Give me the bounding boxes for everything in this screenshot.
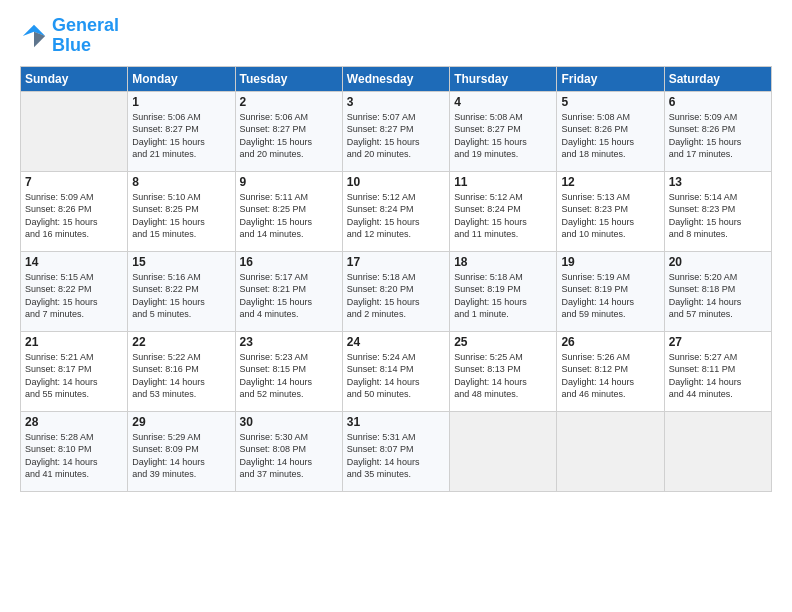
day-number: 27 <box>669 335 767 349</box>
calendar-week-row: 21Sunrise: 5:21 AM Sunset: 8:17 PM Dayli… <box>21 331 772 411</box>
cell-info: Sunrise: 5:09 AM Sunset: 8:26 PM Dayligh… <box>669 111 767 161</box>
calendar-week-row: 7Sunrise: 5:09 AM Sunset: 8:26 PM Daylig… <box>21 171 772 251</box>
calendar-cell: 22Sunrise: 5:22 AM Sunset: 8:16 PM Dayli… <box>128 331 235 411</box>
day-number: 23 <box>240 335 338 349</box>
cell-info: Sunrise: 5:10 AM Sunset: 8:25 PM Dayligh… <box>132 191 230 241</box>
day-header-friday: Friday <box>557 66 664 91</box>
calendar-cell: 16Sunrise: 5:17 AM Sunset: 8:21 PM Dayli… <box>235 251 342 331</box>
day-number: 29 <box>132 415 230 429</box>
cell-info: Sunrise: 5:27 AM Sunset: 8:11 PM Dayligh… <box>669 351 767 401</box>
calendar-cell <box>664 411 771 491</box>
day-header-monday: Monday <box>128 66 235 91</box>
day-number: 24 <box>347 335 445 349</box>
calendar-cell: 2Sunrise: 5:06 AM Sunset: 8:27 PM Daylig… <box>235 91 342 171</box>
day-number: 22 <box>132 335 230 349</box>
logo-text: General Blue <box>52 16 119 56</box>
day-number: 4 <box>454 95 552 109</box>
day-number: 13 <box>669 175 767 189</box>
calendar-cell: 5Sunrise: 5:08 AM Sunset: 8:26 PM Daylig… <box>557 91 664 171</box>
calendar-cell: 4Sunrise: 5:08 AM Sunset: 8:27 PM Daylig… <box>450 91 557 171</box>
cell-info: Sunrise: 5:15 AM Sunset: 8:22 PM Dayligh… <box>25 271 123 321</box>
day-number: 19 <box>561 255 659 269</box>
header: General Blue <box>20 16 772 56</box>
day-number: 14 <box>25 255 123 269</box>
calendar-cell: 8Sunrise: 5:10 AM Sunset: 8:25 PM Daylig… <box>128 171 235 251</box>
cell-info: Sunrise: 5:22 AM Sunset: 8:16 PM Dayligh… <box>132 351 230 401</box>
calendar-cell: 6Sunrise: 5:09 AM Sunset: 8:26 PM Daylig… <box>664 91 771 171</box>
day-number: 10 <box>347 175 445 189</box>
calendar-table: SundayMondayTuesdayWednesdayThursdayFrid… <box>20 66 772 492</box>
day-header-sunday: Sunday <box>21 66 128 91</box>
day-number: 11 <box>454 175 552 189</box>
calendar-cell: 19Sunrise: 5:19 AM Sunset: 8:19 PM Dayli… <box>557 251 664 331</box>
calendar-cell: 24Sunrise: 5:24 AM Sunset: 8:14 PM Dayli… <box>342 331 449 411</box>
day-number: 5 <box>561 95 659 109</box>
day-header-thursday: Thursday <box>450 66 557 91</box>
day-number: 25 <box>454 335 552 349</box>
calendar-cell: 30Sunrise: 5:30 AM Sunset: 8:08 PM Dayli… <box>235 411 342 491</box>
calendar-cell: 27Sunrise: 5:27 AM Sunset: 8:11 PM Dayli… <box>664 331 771 411</box>
day-number: 28 <box>25 415 123 429</box>
calendar-cell: 13Sunrise: 5:14 AM Sunset: 8:23 PM Dayli… <box>664 171 771 251</box>
day-number: 7 <box>25 175 123 189</box>
cell-info: Sunrise: 5:16 AM Sunset: 8:22 PM Dayligh… <box>132 271 230 321</box>
calendar-cell: 23Sunrise: 5:23 AM Sunset: 8:15 PM Dayli… <box>235 331 342 411</box>
day-number: 2 <box>240 95 338 109</box>
cell-info: Sunrise: 5:23 AM Sunset: 8:15 PM Dayligh… <box>240 351 338 401</box>
page: General Blue SundayMondayTuesdayWednesda… <box>0 0 792 502</box>
calendar-week-row: 14Sunrise: 5:15 AM Sunset: 8:22 PM Dayli… <box>21 251 772 331</box>
day-number: 15 <box>132 255 230 269</box>
cell-info: Sunrise: 5:13 AM Sunset: 8:23 PM Dayligh… <box>561 191 659 241</box>
day-header-wednesday: Wednesday <box>342 66 449 91</box>
cell-info: Sunrise: 5:19 AM Sunset: 8:19 PM Dayligh… <box>561 271 659 321</box>
cell-info: Sunrise: 5:17 AM Sunset: 8:21 PM Dayligh… <box>240 271 338 321</box>
calendar-cell: 9Sunrise: 5:11 AM Sunset: 8:25 PM Daylig… <box>235 171 342 251</box>
day-number: 21 <box>25 335 123 349</box>
day-number: 30 <box>240 415 338 429</box>
calendar-cell: 10Sunrise: 5:12 AM Sunset: 8:24 PM Dayli… <box>342 171 449 251</box>
day-header-tuesday: Tuesday <box>235 66 342 91</box>
day-number: 31 <box>347 415 445 429</box>
calendar-cell: 29Sunrise: 5:29 AM Sunset: 8:09 PM Dayli… <box>128 411 235 491</box>
cell-info: Sunrise: 5:06 AM Sunset: 8:27 PM Dayligh… <box>240 111 338 161</box>
calendar-cell: 15Sunrise: 5:16 AM Sunset: 8:22 PM Dayli… <box>128 251 235 331</box>
calendar-cell: 20Sunrise: 5:20 AM Sunset: 8:18 PM Dayli… <box>664 251 771 331</box>
cell-info: Sunrise: 5:24 AM Sunset: 8:14 PM Dayligh… <box>347 351 445 401</box>
cell-info: Sunrise: 5:18 AM Sunset: 8:20 PM Dayligh… <box>347 271 445 321</box>
cell-info: Sunrise: 5:31 AM Sunset: 8:07 PM Dayligh… <box>347 431 445 481</box>
calendar-cell: 21Sunrise: 5:21 AM Sunset: 8:17 PM Dayli… <box>21 331 128 411</box>
cell-info: Sunrise: 5:08 AM Sunset: 8:27 PM Dayligh… <box>454 111 552 161</box>
day-number: 3 <box>347 95 445 109</box>
day-number: 8 <box>132 175 230 189</box>
logo: General Blue <box>20 16 119 56</box>
calendar-cell: 25Sunrise: 5:25 AM Sunset: 8:13 PM Dayli… <box>450 331 557 411</box>
day-number: 6 <box>669 95 767 109</box>
calendar-week-row: 1Sunrise: 5:06 AM Sunset: 8:27 PM Daylig… <box>21 91 772 171</box>
svg-marker-1 <box>34 32 45 47</box>
day-number: 18 <box>454 255 552 269</box>
day-number: 12 <box>561 175 659 189</box>
cell-info: Sunrise: 5:29 AM Sunset: 8:09 PM Dayligh… <box>132 431 230 481</box>
cell-info: Sunrise: 5:20 AM Sunset: 8:18 PM Dayligh… <box>669 271 767 321</box>
cell-info: Sunrise: 5:06 AM Sunset: 8:27 PM Dayligh… <box>132 111 230 161</box>
cell-info: Sunrise: 5:09 AM Sunset: 8:26 PM Dayligh… <box>25 191 123 241</box>
cell-info: Sunrise: 5:30 AM Sunset: 8:08 PM Dayligh… <box>240 431 338 481</box>
calendar-cell: 11Sunrise: 5:12 AM Sunset: 8:24 PM Dayli… <box>450 171 557 251</box>
calendar-cell: 17Sunrise: 5:18 AM Sunset: 8:20 PM Dayli… <box>342 251 449 331</box>
calendar-cell: 31Sunrise: 5:31 AM Sunset: 8:07 PM Dayli… <box>342 411 449 491</box>
calendar-cell: 18Sunrise: 5:18 AM Sunset: 8:19 PM Dayli… <box>450 251 557 331</box>
cell-info: Sunrise: 5:28 AM Sunset: 8:10 PM Dayligh… <box>25 431 123 481</box>
cell-info: Sunrise: 5:11 AM Sunset: 8:25 PM Dayligh… <box>240 191 338 241</box>
cell-info: Sunrise: 5:21 AM Sunset: 8:17 PM Dayligh… <box>25 351 123 401</box>
day-number: 17 <box>347 255 445 269</box>
cell-info: Sunrise: 5:07 AM Sunset: 8:27 PM Dayligh… <box>347 111 445 161</box>
day-header-saturday: Saturday <box>664 66 771 91</box>
calendar-cell: 7Sunrise: 5:09 AM Sunset: 8:26 PM Daylig… <box>21 171 128 251</box>
day-number: 26 <box>561 335 659 349</box>
day-number: 9 <box>240 175 338 189</box>
calendar-cell <box>557 411 664 491</box>
calendar-cell: 12Sunrise: 5:13 AM Sunset: 8:23 PM Dayli… <box>557 171 664 251</box>
day-number: 16 <box>240 255 338 269</box>
logo-icon <box>20 22 48 50</box>
cell-info: Sunrise: 5:25 AM Sunset: 8:13 PM Dayligh… <box>454 351 552 401</box>
